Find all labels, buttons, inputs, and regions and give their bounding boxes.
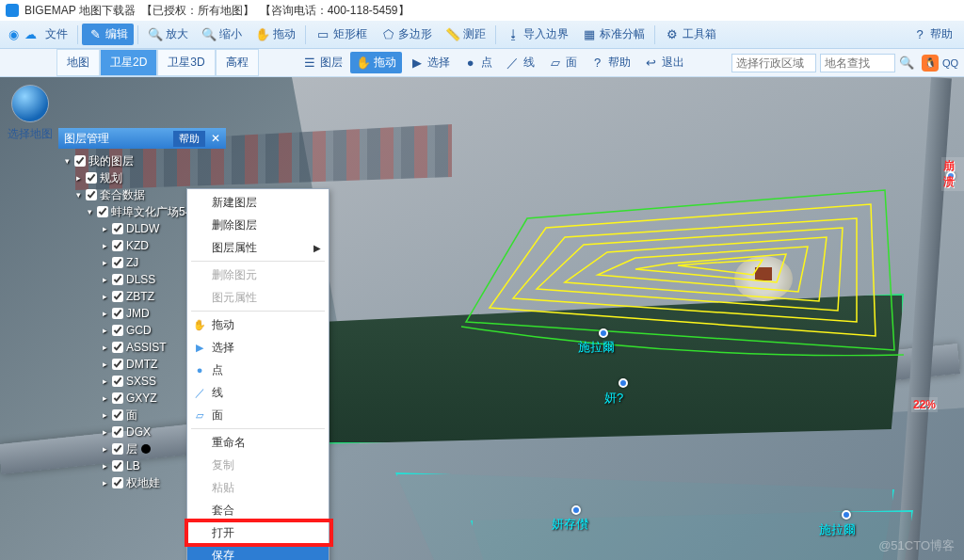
grid-icon: ▦ <box>582 27 597 42</box>
exit-button[interactable]: ↩退出 <box>638 52 690 73</box>
zoomin-icon: 🔍 <box>148 27 163 42</box>
layer-panel-header[interactable]: 图层管理 帮助 ✕ <box>58 128 226 149</box>
phone-text: 【咨询电话：400-118-5459】 <box>260 3 410 19</box>
help-button[interactable]: ?帮助 <box>907 24 958 45</box>
ctx-layer-prop[interactable]: 图层属性▶ <box>187 236 329 259</box>
auth-text: 【已授权：所有地图】 <box>141 3 254 19</box>
search-icon[interactable]: 🔍 <box>899 56 914 71</box>
zoomout-button[interactable]: 🔍缩小 <box>196 24 248 45</box>
tree-root[interactable]: ▾我的图层 <box>62 152 226 169</box>
ctx-open[interactable]: 打开 <box>187 521 329 544</box>
ctx-copy: 复制 <box>187 454 329 476</box>
import-button[interactable]: ⭳导入边界 <box>500 24 574 45</box>
ruler-icon: 📏 <box>445 27 460 42</box>
ctx-poly[interactable]: ▱面 <box>187 404 329 426</box>
grid-button[interactable]: ▦标准分幅 <box>576 24 651 45</box>
layers-icon: ☰ <box>302 56 317 71</box>
tree-gui[interactable]: ▸规划 <box>62 169 226 186</box>
pan-button[interactable]: ✋拖动 <box>249 24 301 45</box>
ctx-save[interactable]: 保存 <box>187 544 329 560</box>
ctx-line[interactable]: ／线 <box>187 381 329 404</box>
cursor-icon: ▶ <box>193 342 206 354</box>
help2-button[interactable]: ?帮助 <box>585 52 636 73</box>
hand-icon: ✋ <box>255 27 270 42</box>
context-menu: 新建图层 删除图层 图层属性▶ 删除图元 图元属性 ✋拖动 ▶选择 ●点 ／线 … <box>186 188 329 560</box>
toolbox-button[interactable]: ⚙工具箱 <box>659 24 722 45</box>
line-icon: ／ <box>506 56 521 71</box>
redtag-2: 崩溃 <box>941 157 964 191</box>
poly-icon: ⬠ <box>380 27 395 42</box>
layer-help-button[interactable]: 帮助 <box>173 131 205 147</box>
marker-label-4: 施拉爾 <box>819 521 856 538</box>
file-menu[interactable]: 文件 <box>40 24 73 45</box>
cloud-icon[interactable]: ☁ <box>23 27 38 42</box>
line-button[interactable]: ／线 <box>500 52 540 73</box>
layer-button[interactable]: ☰图层 <box>297 52 348 73</box>
ctx-del-elem: 删除图元 <box>187 264 329 286</box>
poly-icon: ▱ <box>548 56 563 71</box>
exit-icon: ↩ <box>644 56 659 71</box>
edit-icon: ✎ <box>88 27 103 42</box>
drag-button[interactable]: ✋拖动 <box>350 52 402 73</box>
tab-elev[interactable]: 高程 <box>216 49 259 76</box>
poly-icon: ▱ <box>193 409 206 422</box>
poly-button[interactable]: ⬠多边形 <box>375 24 438 45</box>
region-input[interactable] <box>731 54 816 72</box>
cursor-icon: ▶ <box>410 56 425 71</box>
qq-icon[interactable]: 🐧 <box>922 55 939 72</box>
app-icon: ◉ <box>6 27 21 42</box>
ctx-select[interactable]: ▶选择 <box>187 336 329 359</box>
rect-icon: ▭ <box>315 27 330 42</box>
marker-1[interactable] <box>599 328 608 338</box>
poly2-button[interactable]: ▱面 <box>542 52 583 73</box>
close-icon[interactable]: ✕ <box>211 132 220 145</box>
zoomout-icon: 🔍 <box>201 27 217 42</box>
main-toolbar: ◉ ☁ 文件 ✎编辑 🔍放大 🔍缩小 ✋拖动 ▭矩形框 ⬠多边形 📏测距 ⭳导入… <box>0 21 964 49</box>
select-button[interactable]: ▶选择 <box>404 52 456 73</box>
watermark: @51CTO博客 <box>878 537 955 554</box>
point-button[interactable]: ●点 <box>458 52 498 73</box>
edit-button[interactable]: ✎编辑 <box>82 24 134 45</box>
app-logo <box>6 4 19 17</box>
zoomin-button[interactable]: 🔍放大 <box>142 24 194 45</box>
tab-sat3d[interactable]: 卫星3D <box>157 49 215 76</box>
titlebar: BIGEMAP 地图下载器 【已授权：所有地图】 【咨询电话：400-118-5… <box>0 0 964 21</box>
help-icon: ? <box>912 27 927 42</box>
hand-icon: ✋ <box>193 319 206 331</box>
marker-label-1: 施拉爾 <box>578 339 615 356</box>
globe-icon <box>11 85 49 122</box>
ctx-rename[interactable]: 重命名 <box>187 431 329 454</box>
ctx-point[interactable]: ●点 <box>187 359 329 381</box>
search-input[interactable] <box>820 54 895 72</box>
marker-4[interactable] <box>842 510 851 520</box>
dist-button[interactable]: 📏测距 <box>440 24 491 45</box>
app-title: BIGEMAP 地图下载器 <box>24 3 136 19</box>
layer-panel-title: 图层管理 <box>64 131 109 147</box>
help-icon: ? <box>590 56 605 71</box>
pin-icon: ● <box>193 364 206 376</box>
marker-label-2: 妍? <box>604 390 623 407</box>
redtag-3: 22% <box>911 397 938 412</box>
qq-label: QQ <box>942 57 958 69</box>
ctx-paste: 粘贴 <box>187 476 329 499</box>
ctx-elem-prop: 图元属性 <box>187 286 329 309</box>
import-icon: ⭳ <box>506 27 521 42</box>
gear-icon: ⚙ <box>665 27 680 42</box>
maptype-tabs: 地图 卫星2D 卫星3D 高程 <box>56 49 259 76</box>
rect-button[interactable]: ▭矩形框 <box>310 24 373 45</box>
tab-map[interactable]: 地图 <box>56 49 100 76</box>
marker-2[interactable] <box>619 378 628 388</box>
ctx-del-layer[interactable]: 删除图层 <box>187 214 329 236</box>
sub-toolbar: 地图 卫星2D 卫星3D 高程 ☰图层 ✋拖动 ▶选择 ●点 ／线 ▱面 ?帮助… <box>0 49 964 77</box>
tab-sat2d[interactable]: 卫星2D <box>100 49 157 76</box>
hand-icon: ✋ <box>356 56 371 71</box>
select-map-widget[interactable]: 选择地图 <box>8 85 53 142</box>
contour-lines <box>442 134 913 407</box>
ctx-merge[interactable]: 套合 <box>187 499 329 521</box>
ctx-drag[interactable]: ✋拖动 <box>187 313 329 336</box>
marker-3[interactable] <box>571 505 581 515</box>
ctx-new-layer[interactable]: 新建图层 <box>187 191 329 214</box>
pin-icon: ● <box>463 56 478 71</box>
line-icon: ／ <box>193 386 206 400</box>
select-map-label: 选择地图 <box>8 126 53 142</box>
